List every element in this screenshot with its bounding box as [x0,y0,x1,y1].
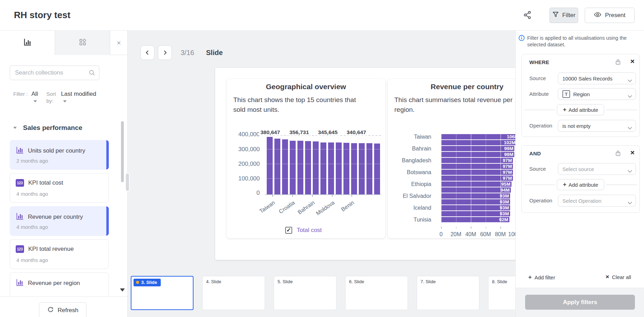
bar [290,141,296,194]
filter-panel-footer: Apply filters [516,288,644,317]
data-label: 340,647 [345,129,368,136]
source-label: Source [529,75,546,81]
axis-tick [456,227,457,229]
filter-button[interactable]: Filter [550,8,578,23]
slide-thumbnail[interactable]: 6. Slide [345,276,408,310]
bar [267,137,273,194]
list-item[interactable]: Units sold per country2 months ago [10,140,109,170]
next-slide-button[interactable] [158,45,172,60]
axis-tick [486,227,486,229]
where-filter-card: WHERE × Source 10000 Sales Records Attri… [521,54,640,137]
slide-thumbnail[interactable]: 7. Slide [417,276,479,310]
axis-tick [332,195,333,197]
where-title: WHERE [529,59,549,65]
slide-thumbnail[interactable]: 5. Slide [274,276,336,310]
bar-value-label: 99M [504,146,513,151]
and-title: AND [529,150,541,156]
chevron-down-icon [63,100,67,102]
apply-filters-button[interactable]: Apply filters [525,295,635,310]
y-axis-tick-label: 300,000 [227,146,260,153]
operation-select-value: is not empty [562,123,591,129]
source-select[interactable]: 10000 Sales Records [558,72,636,84]
add-filter-button[interactable]: + Add filter [528,274,555,281]
search-input[interactable] [14,66,86,79]
close-icon[interactable]: × [630,57,635,65]
legend-checkbox[interactable]: ✓ [285,227,292,234]
list-item-row: Units sold per country [16,146,85,155]
add-attribute-button[interactable]: + Add attribute [557,104,604,115]
search-collections-box [10,65,99,80]
panel-resize-handle[interactable] [125,173,130,192]
lock-icon[interactable] [615,150,621,158]
close-icon[interactable]: × [630,148,635,157]
bar: 93M [441,193,510,199]
bar: 97M [441,158,513,163]
x-axis-tick-label: 20M [450,231,461,238]
list-item-timestamp: 4 months ago [16,224,48,230]
app-window: RH story test Filter Present [0,0,644,317]
present-button[interactable]: Present [585,8,635,23]
add-attribute-button[interactable]: + Add attribute [557,179,604,190]
previous-slide-button[interactable] [141,45,154,60]
grid-components-icon [78,38,87,48]
slide-thumbnail-label: 3. Slide [134,279,161,286]
kpi-123-icon: 123 [16,179,24,187]
gridline [486,132,486,225]
collections-sort-control[interactable]: Sort by: Last modified [46,91,96,105]
bar-value-label: 93M [500,200,509,204]
bar-value-label: 99M [504,152,513,157]
sidebar-footer-divider [0,296,128,297]
operation-select[interactable]: Select Operation [558,195,636,207]
search-icon [89,69,96,78]
tab-charts[interactable] [0,31,55,55]
sidebar-scrollbar[interactable] [121,121,124,182]
tab-components[interactable] [55,31,110,55]
data-label: 356,731 [288,129,310,136]
list-item[interactable]: 123KPI total cost4 months ago [10,173,109,203]
text-type-icon: T [562,90,570,98]
bar [351,143,357,194]
axis-tick [312,195,313,197]
list-item[interactable]: 123KPI total revenue4 months ago [10,239,109,269]
source-select[interactable]: Select source [558,163,636,175]
slide-thumbnail[interactable]: 4. Slide [202,276,265,310]
filter-info-row: Filter is applied to all visualisations … [518,35,637,48]
slide-canvas[interactable]: Geographical overview This chart shows t… [215,68,547,260]
refresh-button[interactable]: Refresh [39,302,86,317]
bar: 93M [441,211,510,216]
share-icon [523,10,532,21]
bar: 97M [441,176,513,181]
info-icon [518,35,525,48]
bar: 99M [441,152,514,157]
bar-value-label: 97M [503,164,512,169]
clear-all-button[interactable]: × Clear all [606,274,631,280]
sidebar-close-button[interactable]: × [110,31,128,55]
slide-thumbnail[interactable]: 3. Slide [131,276,194,310]
chevron-down-icon [628,168,632,174]
chart-card-geographical-overview[interactable]: Geographical overview This chart shows t… [227,79,385,238]
x-axis-tick-label: 0 [440,231,443,238]
collection-title: Sales performance [23,124,82,132]
filter-panel: Filter is applied to all visualisations … [515,31,644,317]
list-item[interactable]: Revenue per country4 months ago [10,206,109,236]
source-label: Source [529,166,546,172]
divider [606,185,637,185]
operation-select[interactable]: is not empty [558,120,636,132]
filter-panel-links: + Add filter × Clear all [516,272,644,283]
bar [366,143,372,194]
data-label: 380,647 [259,129,281,136]
x-axis-tick-label: Croatia [272,200,296,219]
list-item[interactable]: Revenue per region [10,272,109,296]
attribute-select[interactable]: T Region [558,88,636,100]
bar [374,144,380,194]
lock-icon[interactable] [615,59,621,67]
share-button[interactable] [522,10,533,22]
list-item-title: KPI total cost [28,179,63,186]
refresh-icon [47,306,54,315]
collections-filter-control[interactable]: Filter : All [13,91,38,105]
scroll-down-icon[interactable] [120,288,125,292]
attribute-select-value: Region [573,91,590,97]
page-title: RH story test [14,10,70,21]
chevron-down-icon [628,200,632,206]
collection-header[interactable]: Sales performance [13,124,82,132]
